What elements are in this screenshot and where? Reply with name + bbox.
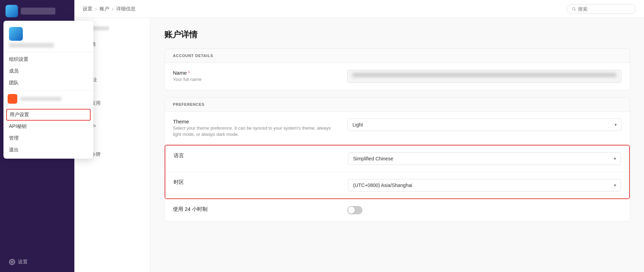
dropdown-divider-2 [3,107,93,107]
content-wrapper: 户详情 全 知 ail 地址 间 过的应用 分 团账户 应用 授权令牌 账户详情… [74,18,644,272]
dropdown-admin[interactable]: 管理 [3,132,93,144]
account-details-header: ACCOUNT DETAILS [165,49,630,63]
hour24-label: 使用 24 小时制 [173,206,339,213]
breadcrumb-account[interactable]: 账户 [100,6,109,12]
dropdown-avatar [9,27,23,41]
main-area: 设置 › 账户 › 详细信息 户详情 全 知 ail 地址 间 过的应用 [74,0,644,272]
hour24-toggle[interactable] [347,206,362,214]
timezone-label-col: 时区 [174,179,340,186]
theme-select-wrapper: Light ▾ [347,119,622,131]
dropdown-divider-1 [3,90,93,91]
search-input[interactable] [578,6,631,12]
timezone-select-wrapper: (UTC+0800) Asia/Shanghai ▾ [348,179,621,191]
sidebar-bottom: 设置 [0,252,74,272]
dropdown-user-settings[interactable]: 用户设置 [6,109,91,121]
logo-area [0,0,74,22]
main-content: 账户详情 ACCOUNT DETAILS Name * Your full na… [150,18,644,272]
name-input[interactable] [347,70,622,83]
svg-point-1 [572,7,575,10]
breadcrumb-sep-2: › [112,6,114,12]
theme-row: Theme Select your theme preference. It c… [165,112,630,145]
dropdown-org-avatar [8,94,17,104]
dropdown-teams[interactable]: 团队 [3,77,93,89]
language-timezone-highlighted: 语言 Simplified Chinese ▾ [165,145,630,199]
search-icon [572,7,576,11]
account-details-card: ACCOUNT DETAILS Name * Your full name [164,48,630,90]
timezone-label: 时区 [174,179,340,186]
theme-label: Theme [173,119,339,124]
page-title: 账户详情 [164,29,630,40]
top-header: 设置 › 账户 › 详细信息 [74,0,644,18]
language-select[interactable]: Simplified Chinese [348,152,621,165]
name-row: Name * Your full name [165,63,630,90]
theme-label-col: Theme Select your theme preference. It c… [173,119,339,138]
timezone-control-col: (UTC+0800) Asia/Shanghai ▾ [348,179,621,191]
dropdown-user-name [9,43,54,48]
dropdown-user-section [3,24,93,52]
logo-icon [6,5,18,17]
required-star: * [188,70,190,75]
breadcrumb: 设置 › 账户 › 详细信息 [83,6,136,12]
gear-icon [9,259,15,265]
timezone-select[interactable]: (UTC+0800) Asia/Shanghai [348,179,621,191]
preferences-card: PREFERENCES Theme Select your theme pref… [164,97,630,222]
hour24-label-col: 使用 24 小时制 [173,206,339,213]
breadcrumb-sep-1: › [95,6,97,12]
logo-text [21,8,55,15]
dropdown-menu: 组织设置 成员 团队 用户设置 API秘钥 管理 退出 [3,21,93,159]
sidebar-settings-item[interactable]: 设置 [6,256,69,268]
language-select-wrapper: Simplified Chinese ▾ [348,152,621,165]
name-label: Name * [173,70,339,76]
language-label-col: 语言 [174,152,340,160]
dropdown-org-name [20,97,62,101]
sidebar-settings-label: 设置 [18,259,28,265]
dropdown-org-row [3,92,93,106]
theme-control-col: Light ▾ [347,119,622,131]
theme-select[interactable]: Light [347,119,622,131]
search-box[interactable] [567,4,636,14]
dropdown-logout[interactable]: 退出 [3,144,93,156]
name-control-col [347,70,622,83]
dropdown-org-settings[interactable]: 组织设置 [3,54,93,65]
breadcrumb-detail: 详细信息 [116,6,136,12]
sidebar: 组织设置 成员 团队 用户设置 API秘钥 管理 退出 设置 [0,0,74,272]
dropdown-members[interactable]: 成员 [3,65,93,77]
svg-point-0 [11,261,13,263]
timezone-row: 时区 (UTC+0800) Asia/Shanghai ▾ [165,172,629,198]
breadcrumb-settings[interactable]: 设置 [83,6,92,12]
hour24-row: 使用 24 小时制 [165,199,630,221]
preferences-header: PREFERENCES [165,97,630,112]
dropdown-api-keys[interactable]: API秘钥 [3,121,93,132]
toggle-knob [348,207,355,214]
hour24-control-col [347,206,622,214]
theme-hint: Select your theme preference. It can be … [173,125,339,138]
language-row: 语言 Simplified Chinese ▾ [165,146,629,172]
language-control-col: Simplified Chinese ▾ [348,152,621,165]
name-label-col: Name * Your full name [173,70,339,83]
language-label: 语言 [174,152,340,159]
name-hint: Your full name [173,76,339,83]
